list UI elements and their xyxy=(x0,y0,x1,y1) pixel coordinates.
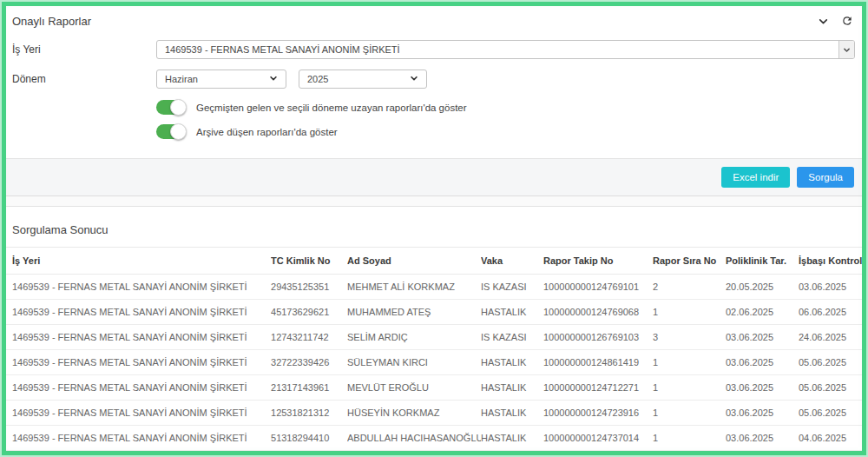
table-cell: 05.06.2025 xyxy=(799,350,868,375)
table-cell: IS KAZASI xyxy=(481,275,543,300)
table-cell: 1469539 - FERNAS METAL SANAYİ ANONİM ŞİR… xyxy=(0,325,271,350)
table-cell: 12531821312 xyxy=(271,401,347,426)
workplace-combobox[interactable]: 1469539 - FERNAS METAL SANAYİ ANONİM ŞİR… xyxy=(156,40,855,59)
panel-header: Onaylı Raporlar xyxy=(0,14,868,28)
table-cell: 100000000124723916 xyxy=(543,401,653,426)
table-cell: HASTALIK xyxy=(481,375,543,401)
table-cell: 03.06.2025 xyxy=(726,350,799,375)
table-cell: 1469539 - FERNAS METAL SANAYİ ANONİM ŞİR… xyxy=(0,451,271,457)
table-cell: 32722339426 xyxy=(271,350,347,375)
table-cell: 1 xyxy=(653,426,726,451)
archived-reports-toggle[interactable] xyxy=(156,124,186,139)
table-cell: 03.06.2025 xyxy=(726,401,799,426)
period-label: Dönem xyxy=(12,73,156,85)
results-header: Sorgulama Sonucu xyxy=(0,207,868,248)
results-title: Sorgulama Sonucu xyxy=(12,223,856,236)
table-cell: 12743211742 xyxy=(271,325,347,350)
table-cell: 1 xyxy=(653,300,726,325)
table-cell: 1469539 - FERNAS METAL SANAYİ ANONİM ŞİR… xyxy=(0,350,271,375)
table-row[interactable]: 1469539 - FERNAS METAL SANAYİ ANONİM ŞİR… xyxy=(0,275,868,300)
table-cell: SÜLEYMAN KIRCI xyxy=(347,350,481,375)
past-reports-toggle[interactable] xyxy=(156,100,186,115)
table-cell: 24.06.2025 xyxy=(799,325,868,350)
table-cell: MEVLÜT EROĞLU xyxy=(347,375,481,401)
table-cell: 21317143961 xyxy=(271,375,347,401)
chevron-down-icon xyxy=(269,74,278,84)
column-header: TC Kimlik No xyxy=(271,248,347,275)
table-cell: HASTALIK xyxy=(481,451,543,457)
table-row[interactable]: 1469539 - FERNAS METAL SANAYİ ANONİM ŞİR… xyxy=(0,300,868,325)
workplace-selected-value: 1469539 - FERNAS METAL SANAYİ ANONİM ŞİR… xyxy=(157,41,838,58)
query-button[interactable]: Sorgula xyxy=(797,167,854,188)
table-cell: 05.06.2025 xyxy=(799,401,868,426)
table-row[interactable]: 1469539 - FERNAS METAL SANAYİ ANONİM ŞİR… xyxy=(0,350,868,375)
table-cell: 06.06.2025 xyxy=(799,300,868,325)
excel-download-button[interactable]: Excel indir xyxy=(721,167,790,188)
table-cell: 20.05.2025 xyxy=(726,275,799,300)
table-cell: IS KAZASI xyxy=(481,325,543,350)
table-cell: HASTALIK xyxy=(481,401,543,426)
table-cell: 1 xyxy=(653,451,726,457)
table-cell: ABDULLAH HACIHASANOĞLU xyxy=(347,426,481,451)
archived-reports-toggle-label: Arşive düşen raporları'da göster xyxy=(196,127,338,137)
table-row[interactable]: 1469539 - FERNAS METAL SANAYİ ANONİM ŞİR… xyxy=(0,401,868,426)
page-title: Onaylı Raporlar xyxy=(12,15,91,28)
table-cell: 100000000124737014 xyxy=(543,426,653,451)
collapsed-strip xyxy=(0,196,868,207)
table-cell: 1469539 - FERNAS METAL SANAYİ ANONİM ŞİR… xyxy=(0,275,271,300)
workplace-row: İş Yeri 1469539 - FERNAS METAL SANAYİ AN… xyxy=(0,40,868,59)
table-cell: HÜSEYİN KORKMAZ xyxy=(347,401,481,426)
table-cell: 03.06.2025 xyxy=(726,375,799,401)
month-select[interactable]: Haziran xyxy=(156,70,286,89)
table-cell: 1 xyxy=(653,401,726,426)
period-row: Dönem Haziran 2025 xyxy=(0,70,868,89)
table-cell: 100000000124716226 xyxy=(543,451,653,457)
past-reports-toggle-label: Geçmişten gelen ve seçili döneme uzayan … xyxy=(196,103,467,113)
table-cell: 1469539 - FERNAS METAL SANAYİ ANONİM ŞİR… xyxy=(0,401,271,426)
workplace-label: İş Yeri xyxy=(12,43,156,56)
table-cell: 10.06.2025 xyxy=(726,451,799,457)
refresh-icon[interactable] xyxy=(840,14,854,28)
table-cell: HASTALIK xyxy=(481,350,543,375)
table-cell: MELİH SARI xyxy=(347,451,481,457)
table-cell: 03.06.2025 xyxy=(799,275,868,300)
table-cell: 100000000124769068 xyxy=(543,300,653,325)
toggle-row-past-reports: Geçmişten gelen ve seçili döneme uzayan … xyxy=(156,100,868,115)
table-cell: 1469539 - FERNAS METAL SANAYİ ANONİM ŞİR… xyxy=(0,300,271,325)
table-cell: 1469539 - FERNAS METAL SANAYİ ANONİM ŞİR… xyxy=(0,426,271,451)
column-header: Rapor Sıra No xyxy=(653,248,726,275)
column-header: Poliklinik Tar. xyxy=(726,248,799,275)
column-header: İş Yeri xyxy=(0,248,271,275)
table-row[interactable]: 1469539 - FERNAS METAL SANAYİ ANONİM ŞİR… xyxy=(0,451,868,457)
table-cell: 1 xyxy=(653,350,726,375)
table-cell: 100000000124769101 xyxy=(543,275,653,300)
chevron-down-icon[interactable] xyxy=(816,14,830,28)
table-cell: 05.06.2025 xyxy=(799,375,868,401)
results-table: İş YeriTC Kimlik NoAd SoyadVakaRapor Tak… xyxy=(0,248,868,457)
approved-reports-panel: Onaylı Raporlar İş Yeri 1469539 - FERNAS… xyxy=(0,0,868,196)
toggle-row-archived-reports: Arşive düşen raporları'da göster xyxy=(156,124,868,139)
table-cell: 1469539 - FERNAS METAL SANAYİ ANONİM ŞİR… xyxy=(0,375,271,401)
table-cell: 100000000124861419 xyxy=(543,350,653,375)
table-row[interactable]: 1469539 - FERNAS METAL SANAYİ ANONİM ŞİR… xyxy=(0,325,868,350)
table-cell: 04.06.2025 xyxy=(799,426,868,451)
table-cell: 3 xyxy=(653,325,726,350)
workplace-dropdown-arrow[interactable] xyxy=(838,41,854,58)
year-select[interactable]: 2025 xyxy=(299,70,427,89)
column-header: Rapor Takip No xyxy=(543,248,653,275)
table-row[interactable]: 1469539 - FERNAS METAL SANAYİ ANONİM ŞİR… xyxy=(0,375,868,401)
column-header: Vaka xyxy=(481,248,543,275)
table-row[interactable]: 1469539 - FERNAS METAL SANAYİ ANONİM ŞİR… xyxy=(0,426,868,451)
month-selected-value: Haziran xyxy=(165,74,198,84)
table-cell: 02.06.2025 xyxy=(726,300,799,325)
table-header: İş YeriTC Kimlik NoAd SoyadVakaRapor Tak… xyxy=(0,248,868,275)
table-cell: MUHAMMED ATEŞ xyxy=(347,300,481,325)
table-cell: HASTALIK xyxy=(481,300,543,325)
table-cell: HASTALIK xyxy=(481,426,543,451)
table-cell: 03.06.2025 xyxy=(726,426,799,451)
table-cell: 2 xyxy=(653,275,726,300)
toggle-knob xyxy=(170,99,187,116)
chevron-down-icon xyxy=(410,74,418,84)
panel-footer: Excel indir Sorgula xyxy=(0,158,868,195)
table-cell: SELİM ARDIÇ xyxy=(347,325,481,350)
